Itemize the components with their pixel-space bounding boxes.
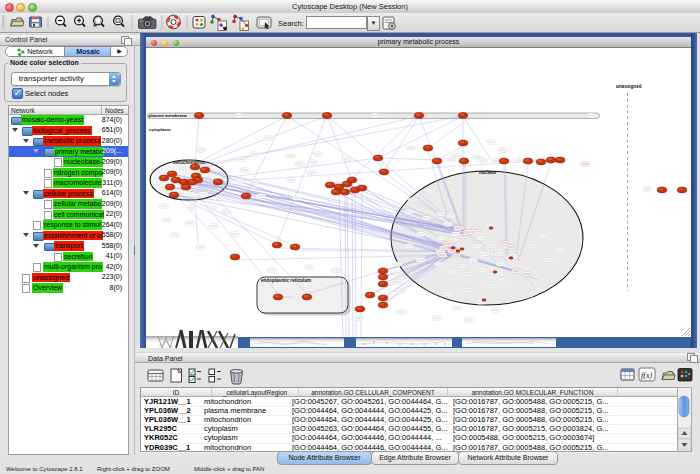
svg-text:mitochondrion: mitochondrion [173, 160, 205, 165]
svg-text:f(x): f(x) [641, 371, 652, 380]
svg-text:nucleus: nucleus [479, 170, 497, 175]
svg-text:plasma membrane: plasma membrane [149, 113, 188, 118]
svg-text:cytoplasm: cytoplasm [149, 127, 171, 132]
svg-text:unassigned: unassigned [616, 84, 642, 89]
